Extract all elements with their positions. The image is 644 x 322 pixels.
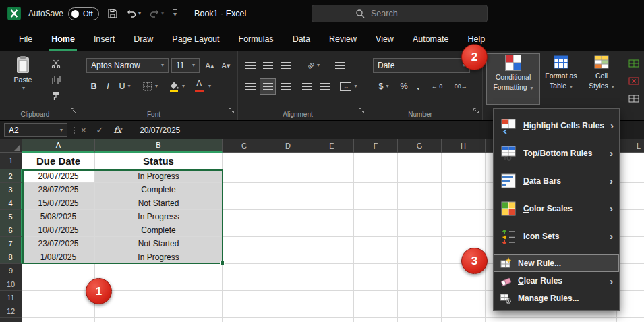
cell-E6[interactable] [310,223,354,237]
cell-G6[interactable] [398,223,442,237]
redo-button[interactable]: ▾ [149,8,164,19]
cell-G8[interactable] [398,250,442,264]
cell-I13[interactable] [486,318,529,322]
clipboard-dialog-launcher[interactable] [70,105,77,117]
font-dialog-launcher[interactable] [228,105,235,117]
cell-F1[interactable] [354,153,398,169]
cell-G1[interactable] [398,153,442,169]
menu-item-data-bars[interactable]: Data Bars › [494,167,619,194]
cell-E8[interactable] [310,250,354,264]
column-header-F[interactable]: F [354,139,398,153]
cell-H5[interactable] [442,210,486,223]
cell-D5[interactable] [266,210,310,223]
cell-F3[interactable] [354,183,398,196]
bold-button[interactable]: B [88,79,100,94]
cell-F8[interactable] [354,250,398,264]
align-left-button[interactable] [243,79,258,94]
format-as-table-button[interactable]: Format as Table ▾ [541,53,581,105]
row-header-12[interactable]: 12 [0,304,22,318]
font-size-combo[interactable]: 11 ▾ [171,58,200,73]
cell-L3[interactable] [617,183,644,196]
cell-C13[interactable] [223,318,266,322]
autosave-toggle[interactable]: Off [68,7,99,20]
menu-item-manage-rules[interactable]: Manage Rules... [494,290,619,307]
align-right-button[interactable] [278,79,293,94]
column-header-D[interactable]: D [266,139,310,153]
cell-F7[interactable] [354,237,398,250]
cell-A12[interactable] [22,304,95,318]
customize-quick-access-button[interactable]: ▾ [172,9,177,18]
cell-styles-button[interactable]: Cell Styles ▾ [582,53,621,105]
cell-E11[interactable] [310,291,354,304]
row-header-4[interactable]: 4 [0,196,22,210]
copy-button[interactable] [47,72,65,87]
cell-H3[interactable] [442,183,486,196]
cell-C2[interactable] [223,169,266,183]
cell-D9[interactable] [266,264,310,277]
comma-style-button[interactable]: , [413,79,423,94]
increase-decimal-button[interactable]: ←.0 [427,79,447,94]
orientation-button[interactable]: ab▾ [302,58,325,73]
cell-E7[interactable] [310,237,354,250]
cell-H13[interactable] [442,318,486,322]
save-button[interactable] [107,8,118,19]
percent-style-button[interactable]: % [397,79,411,94]
cell-A3[interactable]: 28/07/2025 [22,183,95,196]
alignment-dialog-launcher[interactable] [358,105,365,117]
cell-G4[interactable] [398,196,442,210]
cancel-entry-button[interactable]: × [81,125,86,135]
menu-item-top-bottom-rules[interactable]: Top/Bottom Rules › [494,139,619,167]
tab-home[interactable]: Home [42,27,84,51]
cell-F6[interactable] [354,223,398,237]
cell-E2[interactable] [310,169,354,183]
row-header-2[interactable]: 2 [0,169,22,183]
tab-file[interactable]: File [9,27,42,51]
cell-B3[interactable]: Complete [95,183,223,196]
cell-B1[interactable]: Status [95,153,223,169]
cell-C8[interactable] [223,250,266,264]
cell-E4[interactable] [310,196,354,210]
cell-B7[interactable]: Not Started [95,237,223,250]
row-header-13[interactable] [0,318,22,322]
cell-L1[interactable] [617,153,644,169]
align-top-button[interactable] [243,58,258,73]
cell-L9[interactable] [617,264,644,277]
cell-A1[interactable]: Due Date [22,153,95,169]
cell-H2[interactable] [442,169,486,183]
search-box[interactable]: Search [312,5,488,22]
cell-D2[interactable] [266,169,310,183]
cell-H4[interactable] [442,196,486,210]
cell-C10[interactable] [223,277,266,291]
name-box[interactable]: A2 ▾ [4,123,67,137]
cell-D4[interactable] [266,196,310,210]
row-header-7[interactable]: 7 [0,237,22,250]
cell-C3[interactable] [223,183,266,196]
cell-D10[interactable] [266,277,310,291]
cell-C4[interactable] [223,196,266,210]
cell-F11[interactable] [354,291,398,304]
cell-B9[interactable] [95,264,223,277]
formula-input[interactable]: 20/07/2025 [140,126,180,135]
row-header-3[interactable]: 3 [0,183,22,196]
cell-G5[interactable] [398,210,442,223]
cell-D13[interactable] [266,318,310,322]
tab-draw[interactable]: Draw [124,27,163,51]
cell-F4[interactable] [354,196,398,210]
row-header-1[interactable]: 1 [0,153,22,169]
cell-E10[interactable] [310,277,354,291]
cell-D12[interactable] [266,304,310,318]
menu-item-clear-rules[interactable]: Clear Rules › [494,272,619,290]
increase-indent-button[interactable] [317,79,332,94]
cell-F13[interactable] [354,318,398,322]
cell-E1[interactable] [310,153,354,169]
cell-A7[interactable]: 23/07/2025 [22,237,95,250]
borders-button[interactable]: ▾ [140,79,160,94]
cell-L8[interactable] [617,250,644,264]
row-header-6[interactable]: 6 [0,223,22,237]
cell-C11[interactable] [223,291,266,304]
cell-D1[interactable] [266,153,310,169]
formula-bar-resize-handle[interactable] [74,127,75,134]
align-middle-button[interactable] [260,58,275,73]
column-header-H[interactable]: H [442,139,486,153]
grow-font-button[interactable]: A▴ [202,58,217,73]
